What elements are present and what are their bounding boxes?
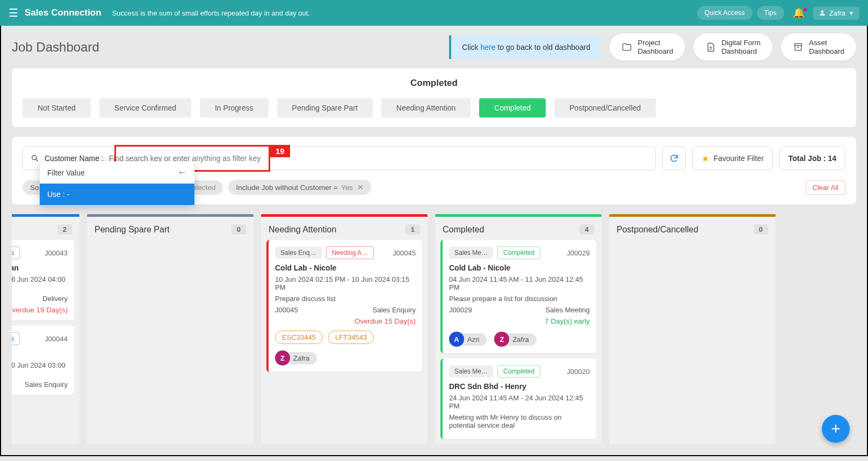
job-datetime: 3:00 PM - 06 Jun 2024 04:00 PM <box>12 275 68 291</box>
refresh-button[interactable] <box>662 147 686 170</box>
total-job-count: Total Job : 14 <box>779 147 845 170</box>
document-icon <box>705 42 716 53</box>
job-type: Delivery <box>42 295 68 303</box>
stage-button[interactable]: Needing Attention <box>381 98 471 118</box>
job-number: J00043 <box>45 249 68 257</box>
column-count: 0 <box>232 224 246 235</box>
asset-dashboard-link[interactable]: AssetDashboard <box>781 33 856 61</box>
job-card[interactable]: Sales Me…CompletedJ00029Cold Lab - Nicol… <box>440 240 596 353</box>
filter-chip[interactable]: Include Job without Customer = Yes✕ <box>228 180 371 195</box>
kanban-column: Needing Attention1Sales Enq…Needing A…J0… <box>261 214 428 444</box>
job-type: Sales Meeting <box>546 306 590 314</box>
user-menu[interactable]: Zafra ▼ <box>813 6 859 20</box>
status-tag: Sales Me… <box>449 365 493 377</box>
status-tag: In Progress <box>12 332 20 345</box>
column-count: 2 <box>57 224 72 235</box>
job-card[interactable]: In ProgressJ00044- Henry2:00 PM - 10 Jun… <box>12 326 74 395</box>
search-icon <box>31 154 39 163</box>
stage-button[interactable]: Postponed/Cancelled <box>554 98 656 118</box>
early-label: 7 Day(s) early <box>449 317 590 325</box>
job-card[interactable]: Sales Enq…Needing A…J00045Cold Lab - Nic… <box>266 240 422 372</box>
overdue-label: Overdue 15 Day(s) <box>275 317 416 325</box>
status-tag: Sales Me… <box>449 247 493 259</box>
plus-icon: + <box>831 420 841 438</box>
kanban-board: 2In ProgressJ00043Bhd - Johan3:00 PM - 0… <box>12 214 856 444</box>
column-title: Completed <box>443 225 484 235</box>
reference-chip: ESC33445 <box>275 331 323 344</box>
status-tag: Sales Enq… <box>275 247 322 259</box>
svg-point-0 <box>32 156 37 160</box>
status-strip-title: Completed <box>23 78 845 89</box>
user-icon <box>819 9 826 17</box>
column-title: Postponed/Cancelled <box>617 225 698 235</box>
job-datetime: 10 Jun 2024 02:15 PM - 10 Jun 2024 03:15… <box>275 275 416 291</box>
close-icon[interactable]: ✕ <box>357 183 364 192</box>
clear-all-button[interactable]: Clear All <box>806 180 845 195</box>
star-icon: ★ <box>701 153 709 164</box>
filter-value-popup: Filter Value ← Use : - <box>40 162 194 205</box>
column-count: 4 <box>580 224 594 235</box>
customer-name: Cold Lab - Nicole <box>449 264 590 272</box>
notice-prefix: Click <box>462 43 480 52</box>
top-bar: ☰ Sales Connection Success is the sum of… <box>0 0 868 26</box>
assignee-chip: ZZafra <box>494 332 536 347</box>
customer-name: DRC Sdn Bhd - Henry <box>449 382 590 391</box>
tips-button[interactable]: Tips <box>757 6 784 20</box>
chevron-down-icon: ▼ <box>849 10 854 16</box>
job-ref: J00029 <box>449 306 472 314</box>
job-card[interactable]: In ProgressJ00043Bhd - Johan3:00 PM - 06… <box>12 240 74 320</box>
job-number: J00045 <box>393 249 416 257</box>
stage-button[interactable]: Pending Spare Part <box>277 98 373 118</box>
kanban-column: Pending Spare Part0 <box>87 214 254 444</box>
stage-button[interactable]: Service Confirmed <box>99 98 191 118</box>
page-title: Job Dashboard <box>12 40 99 55</box>
add-job-fab[interactable]: + <box>822 415 850 443</box>
job-number: J00029 <box>567 249 590 257</box>
kanban-column: Postponed/Cancelled0 <box>609 214 776 444</box>
job-description: Meeting with Mr Henry to discuss on pote… <box>449 413 590 429</box>
quick-access-button[interactable]: Quick Access <box>697 6 753 20</box>
customer-name: Cold Lab - Nicole <box>275 264 416 272</box>
kanban-column: Completed4Sales Me…CompletedJ00029Cold L… <box>435 214 602 444</box>
favourite-filter-button[interactable]: ★ Favourite Filter <box>692 147 772 170</box>
avatar: A <box>449 332 464 347</box>
job-number: J00020 <box>567 368 590 376</box>
status-tag: Needing A… <box>326 246 374 259</box>
brand-title: Sales Connection <box>25 8 102 18</box>
motto-text: Success is the sum of small efforts repe… <box>112 9 310 17</box>
assignee-chip: ZZafra <box>275 350 317 365</box>
project-dashboard-link[interactable]: ProjectDashboard <box>610 33 685 61</box>
old-dashboard-link[interactable]: here <box>480 43 495 52</box>
notice-suffix: to go back to old dashboard <box>495 43 590 52</box>
column-title: Needing Attention <box>269 225 336 235</box>
folder-icon <box>621 42 632 53</box>
column-count: 1 <box>406 224 420 235</box>
filter-value-option[interactable]: Use : - <box>40 184 194 205</box>
user-name: Zafra <box>829 9 845 17</box>
status-tag: Completed <box>497 365 540 378</box>
customer-name: - Henry <box>12 349 68 358</box>
job-type: Sales Enquiry <box>373 306 416 314</box>
column-count: 0 <box>754 224 768 235</box>
hamburger-icon[interactable]: ☰ <box>9 6 18 19</box>
status-tag: Completed <box>497 246 540 259</box>
status-strip: Completed Not StartedService ConfirmedIn… <box>12 68 856 127</box>
search-filter-card: Customer Name : 19 ★ Favourite Filter To… <box>12 137 856 204</box>
job-card[interactable]: Sales Me…CompletedJ00020DRC Sdn Bhd - He… <box>440 358 596 439</box>
back-arrow-icon[interactable]: ← <box>177 167 187 178</box>
column-title: Pending Spare Part <box>95 225 170 235</box>
avatar: Z <box>275 350 290 365</box>
bell-icon[interactable]: 🔔 <box>789 7 809 19</box>
stage-button[interactable]: Not Started <box>23 98 91 118</box>
stage-button[interactable]: Completed <box>479 98 546 118</box>
filter-popup-title: Filter Value <box>47 169 85 177</box>
customer-name: Bhd - Johan <box>12 264 68 272</box>
job-description: Please prepare a list for discussion <box>449 295 590 303</box>
job-datetime: 04 Jun 2024 11:45 AM - 11 Jun 2024 12:45… <box>449 275 590 291</box>
overdue-label: Overdue 19 Day(s) <box>12 306 68 314</box>
kanban-column: 2In ProgressJ00043Bhd - Johan3:00 PM - 0… <box>12 214 79 444</box>
stage-button[interactable]: In Progress <box>200 98 269 118</box>
annotation-badge: 19 <box>270 145 290 157</box>
digital-form-dashboard-link[interactable]: Digital FormDashboard <box>693 33 772 61</box>
job-description: Prepare discuss list <box>275 295 416 303</box>
